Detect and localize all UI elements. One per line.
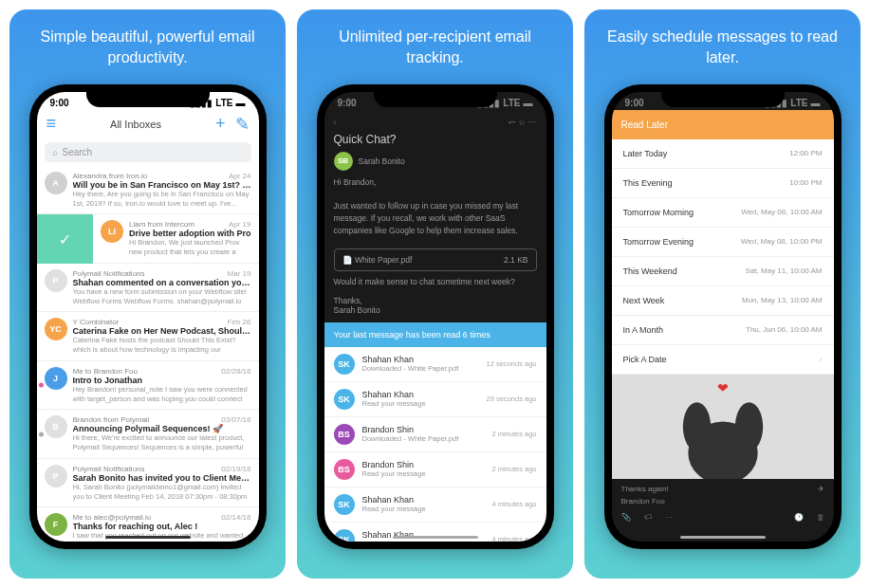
schedule-option[interactable]: Tomorrow MorningWed, May 08, 10:00 AM [612,198,834,228]
toolbar: ≡ All Inboxes + ✎ [37,110,259,138]
home-indicator[interactable] [105,536,191,539]
email-from: Me to Brandon Foo [73,367,138,376]
schedule-option[interactable]: This WeekendSat, May 11, 10:00 AM [612,257,834,286]
schedule-time: Wed, May 08, 10:00 AM [741,208,822,216]
email-from: Y Combinator [73,318,120,326]
tracking-item[interactable]: BS Brandon ShinDownloaded - White Paper.… [324,417,546,452]
email-preview: Hi, Sarah Bonito (polymaildemo1@gmail.co… [73,483,251,502]
email-subject: Thanks for reaching out, Alec ! [73,522,251,531]
email-date: Apr 24 [229,172,251,180]
email-preview: Hi there, We're excited to announce our … [73,433,251,452]
panel-inbox: Simple beautiful, powerful email product… [9,9,286,579]
schedule-option[interactable]: Tomorrow EveningWed, May 08, 10:00 PM [612,228,834,257]
email-from: Liam from Intercom [129,220,194,229]
tracking-avatar: SK [334,389,355,410]
email-item[interactable]: A Alexandra from Iron.ioApr 24 Will you … [37,166,259,215]
battery-icon: ▬ [811,98,821,108]
avatar: YC [45,318,67,340]
carrier: LTE [790,98,807,108]
tracking-item[interactable]: SK Shahan KhanRead your message 4 minute… [324,487,546,523]
greeting: Hi Brandon, [334,176,537,189]
signature: Sarah Bonito [334,305,537,315]
search-input[interactable]: ⌕ Search [45,142,251,162]
schedule-option[interactable]: Pick A Date› [612,345,834,375]
email-from: Alexandra from Iron.io [73,172,148,180]
email-item[interactable]: YC Y CombinatorFeb 26 Caterina Fake on H… [37,312,259,361]
more-icon[interactable]: ⋯ [665,513,673,522]
email-subject: Drive better adoption with Pro [129,229,251,238]
status-time: 9:00 [50,98,69,108]
schedule-option[interactable]: Later Today12:00 PM [612,139,834,169]
email-subject: Intro to Jonathan [73,376,251,385]
schedule-time: Wed, May 08, 10:00 PM [741,237,823,246]
battery-icon: ▬ [236,98,246,108]
tracking-name: Brandon Shin [362,460,485,469]
tracking-item[interactable]: BS Brandon ShinRead your message 2 minut… [324,452,546,487]
schedule-option[interactable]: In A MonthThu, Jun 06, 10:00 AM [612,316,834,345]
avatar: A [45,172,67,194]
email-item[interactable]: B Brandon from Polymail03/07/18 Announci… [37,410,259,459]
tag-icon[interactable]: 🏷 [644,513,652,522]
inbox-title: All Inboxes [110,119,161,130]
thanks-text: Thanks again! [621,485,669,493]
email-date: 03/07/18 [221,415,250,424]
schedule-label: This Evening [623,178,673,188]
email-item[interactable]: P Polymail NotificationsMar 19 Shahan co… [37,264,259,313]
clock-icon[interactable]: 🕐 [794,513,804,522]
email-item[interactable]: LI Liam from IntercomApr 19 Drive better… [93,214,259,264]
tracking-time: 29 seconds ago [487,395,537,403]
trash-icon[interactable]: 🗑 [817,513,824,522]
email-item[interactable]: J Me to Brandon Foo02/28/18 Intro to Jon… [37,361,259,411]
email-preview: Hey Brandon! personal_note I saw you wer… [73,385,251,404]
compose-icon[interactable]: ✎ [235,114,250,135]
send-icon[interactable]: ✈ [818,485,824,493]
tracking-banner: Your last message has been read 6 times [324,322,546,347]
back-icon[interactable]: ‹ [334,118,337,127]
unread-dot [39,383,44,388]
schedule-time: 12:00 PM [789,149,822,157]
tracking-name: Brandon Shin [362,425,485,434]
schedule-option[interactable]: Next WeekMon, May 13, 10:00 AM [612,286,834,316]
background-image: ❤ [612,375,834,479]
footer-name: Brandon Foo [621,497,824,505]
sender-name: Sarah Bonito [359,156,405,166]
tracking-action: Downloaded - White Paper.pdf [362,364,479,373]
swipe-action[interactable]: ✓ [37,214,93,264]
tracking-time: 12 seconds ago [487,359,537,368]
schedule-label: Pick A Date [623,355,667,364]
attach-icon[interactable]: 📎 [621,513,631,522]
menu-icon[interactable]: ≡ [46,114,57,134]
schedule-label: Tomorrow Evening [623,237,694,247]
avatar: F [45,513,67,536]
tracking-item[interactable]: SK Shahan KhanRead your message 29 secon… [324,382,546,417]
home-indicator[interactable] [680,536,766,539]
tracking-time: 4 minutes ago [491,535,536,542]
add-icon[interactable]: + [215,114,226,135]
search-placeholder: Search [63,147,93,157]
tracking-name: Shahan Khan [362,355,479,364]
screen: 9:00 ▮▮▮▮ LTE ▬ Read Later Later Today12… [612,92,834,542]
tracking-action: Read your message [362,399,479,408]
tracking-action: Read your message [362,505,485,513]
screen: 9:00 ▮▮▮▮ LTE ▬ ≡ All Inboxes + ✎ ⌕ Sear… [37,92,259,542]
unread-dot [39,529,44,534]
attachment[interactable]: 📄 White Paper.pdf 2.1 KB [334,248,537,271]
notch [661,84,785,107]
sender-row: SB Sarah Bonito [334,152,537,171]
home-indicator[interactable] [393,536,478,539]
carrier: LTE [215,98,232,108]
tracking-list: SK Shahan KhanDownloaded - White Paper.p… [324,347,546,542]
tracking-avatar: SK [334,354,355,375]
schedule-option[interactable]: This Evening10:00 PM [612,169,834,198]
tracking-item[interactable]: SK Shahan KhanDownloaded - White Paper.p… [324,347,546,382]
dark-footer: Thanks again! ✈ Brandon Foo 📎 🏷 ⋯ 🕐 🗑 [612,479,834,527]
phone-frame: 9:00 ▮▮▮▮ LTE ▬ ‹ ⤺ ☆ ⋯ Quick Chat? SB S… [317,84,554,549]
email-item[interactable]: P Polymail Notifications02/19/18 Sarah B… [37,459,259,508]
headline: Simple beautiful, powerful email product… [21,27,274,69]
email-from: Polymail Notifications [73,269,145,278]
tracking-time: 2 minutes ago [491,430,536,438]
email-date: Mar 19 [228,269,251,278]
tracking-avatar: SK [334,494,355,515]
email-subject: Sarah Bonito has invited you to Client M… [73,473,251,483]
panel-tracking: Unlimited per-recipient email tracking. … [297,9,573,579]
